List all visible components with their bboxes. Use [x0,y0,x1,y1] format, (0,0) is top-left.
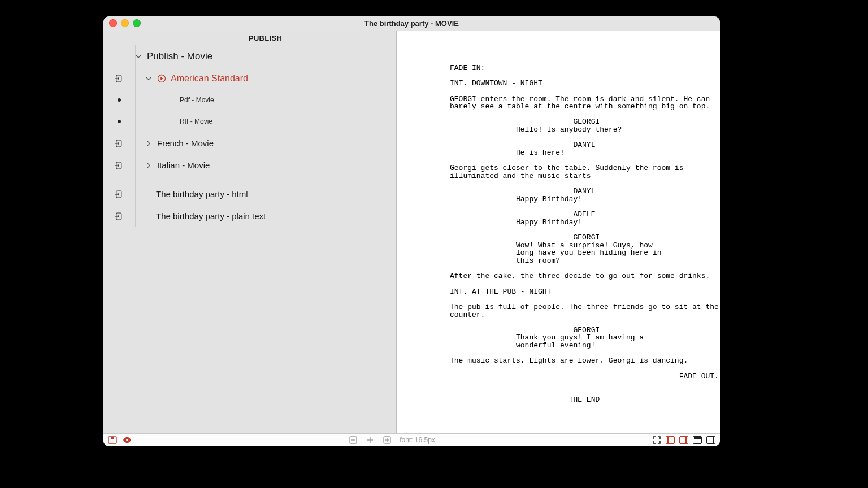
tree-row-html-export[interactable]: The birthday party - html [103,183,396,205]
tree-label: Publish - Movie [147,51,212,62]
tree-row-pdf-movie[interactable]: Pdf - Movie [103,89,396,111]
tree-row-italian-movie[interactable]: Italian - Movie [103,154,396,176]
layout-top-icon[interactable] [693,436,702,444]
zoom-reset-icon[interactable] [366,436,375,444]
font-size-label: font: 16.5px [400,436,435,444]
sidebar-header: PUBLISH [103,31,396,45]
export-icon [103,211,135,221]
screenplay-preview[interactable]: FADE IN: INT. DOWNTOWN - NIGHT GEORGI en… [397,31,720,433]
export-icon [103,189,135,199]
export-icon [103,160,135,171]
tree-label: The birthday party - html [156,189,248,199]
chevron-down-icon[interactable] [146,76,154,81]
publish-tree: Publish - Movie [103,45,396,433]
app-window: The birthday party - MOVIE PUBLISH Publi… [103,16,720,446]
zoom-window-button[interactable] [133,19,141,27]
tree-row-plaintext-export[interactable]: The birthday party - plain text [103,205,396,227]
tree-label: American Standard [171,73,248,84]
tree-row-rtf-movie[interactable]: Rtf - Movie [103,111,396,132]
titlebar: The birthday party - MOVIE [103,16,720,31]
export-icon [103,138,135,149]
layout-left-icon[interactable] [666,436,675,444]
tree-label: The birthday party - plain text [156,211,266,221]
close-window-button[interactable] [109,19,117,27]
svg-point-8 [126,439,128,441]
publish-sidebar: PUBLISH Publish - Movie [103,31,397,433]
tree-label: Rtf - Movie [180,117,212,125]
play-active-icon [157,74,166,83]
tree-label: French - Movie [157,138,214,148]
tree-row-publish-movie[interactable]: Publish - Movie [103,45,396,67]
tree-row-american-standard[interactable]: American Standard [103,67,396,89]
save-icon[interactable] [108,436,117,444]
export-icon [103,73,135,84]
layout-right-icon[interactable] [679,436,688,444]
status-bar: font: 16.5px [103,433,720,446]
window-title: The birthday party - MOVIE [103,19,720,28]
bullet-icon [103,120,135,123]
svg-rect-7 [111,437,114,439]
chevron-right-icon[interactable] [146,163,154,168]
tree-label: Pdf - Movie [180,96,214,104]
chevron-down-icon[interactable] [136,54,144,59]
tree-label: Italian - Movie [157,160,210,170]
zoom-in-icon[interactable] [383,436,392,444]
zoom-out-icon[interactable] [349,436,358,444]
bullet-icon [103,98,135,102]
screenplay-text: FADE IN: INT. DOWNTOWN - NIGHT GEORGI en… [397,38,720,426]
preview-icon[interactable] [123,436,132,444]
minimize-window-button[interactable] [121,19,129,27]
fullscreen-icon[interactable] [652,436,661,444]
chevron-right-icon[interactable] [146,141,154,146]
tree-row-french-movie[interactable]: French - Movie [103,132,396,154]
layout-side-icon[interactable] [706,436,715,444]
window-controls [109,19,141,27]
tree-separator [103,176,396,183]
